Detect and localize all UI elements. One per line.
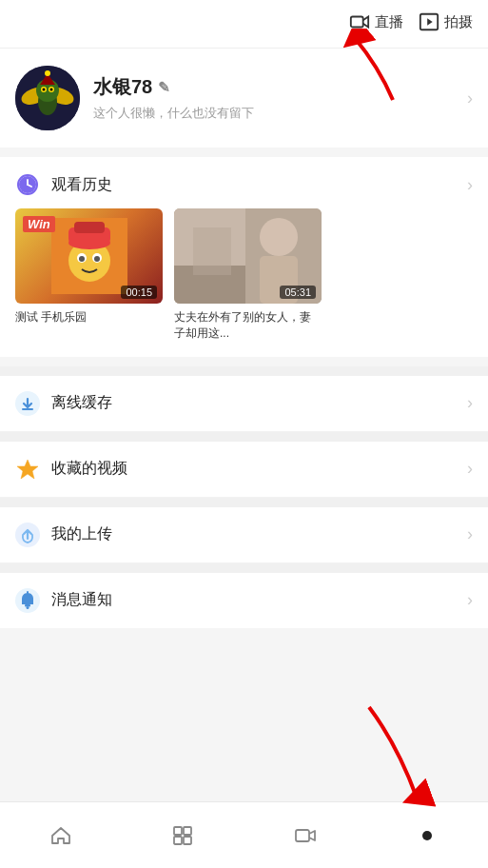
offline-cache-item[interactable]: 离线缓存 › xyxy=(0,376,488,432)
svg-rect-0 xyxy=(351,17,363,28)
svg-point-14 xyxy=(45,70,50,76)
section-divider-3 xyxy=(0,498,488,507)
star-icon xyxy=(15,457,40,482)
arrow-annotation-bottom xyxy=(341,698,436,816)
svg-rect-47 xyxy=(184,837,191,844)
video-title-1: 测试 手机乐园 xyxy=(15,309,163,326)
section-divider-4 xyxy=(0,563,488,573)
avatar[interactable] xyxy=(15,66,80,130)
profile-chevron: › xyxy=(467,89,473,108)
edit-icon[interactable]: ✎ xyxy=(158,79,170,96)
video-duration-2: 05:31 xyxy=(280,286,316,299)
upload-left: 我的上传 xyxy=(15,523,112,547)
nav-profile-active[interactable] xyxy=(366,802,488,868)
svg-point-11 xyxy=(43,89,46,91)
svg-rect-45 xyxy=(184,827,191,835)
history-header[interactable]: 观看历史 › xyxy=(0,157,488,208)
menu-section: 离线缓存 › 收藏的视频 › 我的上传 xyxy=(0,376,488,628)
home-icon xyxy=(49,823,73,848)
video-thumb-2[interactable]: 05:31 丈夫在外有了别的女人，妻子却用这... xyxy=(174,208,322,342)
svg-point-41 xyxy=(27,606,29,609)
favorites-label: 收藏的视频 xyxy=(51,459,127,479)
video-nav-icon xyxy=(293,823,318,848)
svg-point-25 xyxy=(94,256,100,262)
thumb-img-1: Win 00:15 xyxy=(15,208,163,304)
upload-label: 我的上传 xyxy=(51,524,112,544)
favorites-chevron: › xyxy=(467,459,473,479)
history-icon xyxy=(15,172,40,197)
svg-rect-34 xyxy=(193,227,231,275)
live-label: 直播 xyxy=(375,13,403,31)
svg-rect-46 xyxy=(174,837,182,844)
thumbnails-row: Win 00:15 测试 手机乐园 xyxy=(0,208,488,357)
profile-info-left: 水银78 ✎ 这个人很懒，什么也没有留下 xyxy=(15,66,254,130)
svg-rect-44 xyxy=(174,827,182,835)
live-button[interactable]: 直播 xyxy=(349,11,403,32)
svg-point-31 xyxy=(260,218,298,256)
favorites-item[interactable]: 收藏的视频 › xyxy=(0,442,488,498)
section-divider-2 xyxy=(0,432,488,442)
bell-icon xyxy=(15,588,40,613)
notification-label: 消息通知 xyxy=(51,590,112,610)
profile-active-icon xyxy=(415,823,439,848)
profile-section[interactable]: 水银78 ✎ 这个人很懒，什么也没有留下 › xyxy=(0,49,488,148)
svg-rect-48 xyxy=(296,830,309,841)
upload-icon xyxy=(15,523,40,547)
play-icon xyxy=(419,11,439,32)
profile-name: 水银78 ✎ xyxy=(93,74,254,100)
video-camera-icon xyxy=(349,11,370,32)
svg-point-24 xyxy=(79,256,85,262)
offline-cache-label: 离线缓存 xyxy=(51,393,112,413)
nav-square[interactable] xyxy=(122,802,244,868)
svg-marker-2 xyxy=(427,18,433,25)
capture-label: 拍摄 xyxy=(444,13,473,31)
notification-left: 消息通知 xyxy=(15,588,112,613)
upload-item[interactable]: 我的上传 › xyxy=(0,507,488,563)
section-divider-1 xyxy=(0,366,488,376)
history-header-left: 观看历史 xyxy=(15,172,112,197)
history-label: 观看历史 xyxy=(51,175,112,195)
history-chevron: › xyxy=(467,175,473,195)
video-duration-1: 00:15 xyxy=(121,286,157,299)
bottom-nav xyxy=(0,801,488,868)
svg-rect-42 xyxy=(27,591,29,594)
upload-chevron: › xyxy=(467,524,473,544)
favorites-left: 收藏的视频 xyxy=(15,457,127,482)
offline-chevron: › xyxy=(467,393,473,413)
active-dot xyxy=(422,831,432,840)
video-thumb-1[interactable]: Win 00:15 测试 手机乐园 xyxy=(15,208,163,342)
nav-video[interactable] xyxy=(244,802,366,868)
history-section: 观看历史 › xyxy=(0,157,488,357)
svg-point-12 xyxy=(50,89,53,91)
win-badge: Win xyxy=(23,216,55,232)
header: 直播 拍摄 xyxy=(0,0,488,49)
notification-item[interactable]: 消息通知 › xyxy=(0,573,488,628)
download-icon xyxy=(15,391,40,416)
profile-details: 水银78 ✎ 这个人很懒，什么也没有留下 xyxy=(93,74,254,122)
capture-button[interactable]: 拍摄 xyxy=(419,11,473,32)
notification-chevron: › xyxy=(467,590,473,610)
square-icon xyxy=(170,823,195,848)
offline-cache-left: 离线缓存 xyxy=(15,391,112,416)
thumb-img-2: 05:31 xyxy=(174,208,322,304)
nav-home[interactable] xyxy=(0,802,122,868)
video-title-2: 丈夫在外有了别的女人，妻子却用这... xyxy=(174,309,322,342)
svg-marker-37 xyxy=(17,460,38,479)
svg-rect-28 xyxy=(74,222,105,233)
profile-bio: 这个人很懒，什么也没有留下 xyxy=(93,105,254,122)
